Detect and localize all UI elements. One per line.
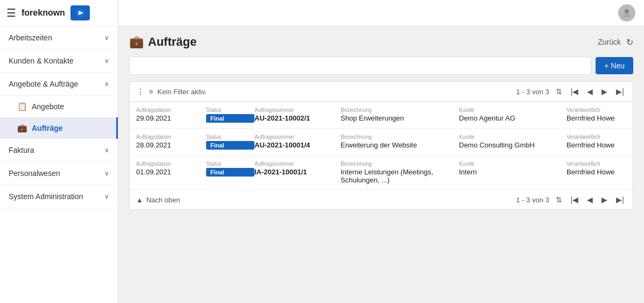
label-auftragsdatum: Auftragsdatum	[136, 107, 206, 113]
cell-status-3: Status Final	[206, 161, 254, 177]
sidebar-header: ☰ foreknown	[0, 0, 118, 26]
value-kunde: Demo Agentur AG	[459, 114, 567, 122]
page-actions: Zurück ↻	[598, 37, 633, 47]
topbar	[118, 0, 644, 26]
status-badge: Final	[206, 114, 254, 123]
scroll-top-button[interactable]: ▲ Nach oben	[136, 196, 180, 204]
label-kunde: Kunde	[459, 161, 567, 167]
footer-sort-button[interactable]: ⇅	[554, 194, 564, 205]
status-badge: Final	[206, 168, 254, 177]
table-row[interactable]: Auftragsdatum 29.09.2021 Status Final Au…	[130, 102, 633, 129]
cell-kunde-1: Kunde Demo Agentur AG	[459, 107, 567, 122]
filter-icon[interactable]: ≡	[149, 88, 153, 96]
last-page-button[interactable]: ▶|	[614, 86, 626, 97]
footer-bar: ▲ Nach oben 1 - 3 von 3 ⇅ |◀ ◀ ▶ ▶|	[129, 189, 633, 210]
sidebar-item-faktura-label: Faktura	[9, 146, 34, 154]
footer-pagination-info: 1 - 3 von 3	[516, 196, 549, 204]
value-bezeichnung: Interne Leistungen (Meetings, Schulungen…	[341, 168, 459, 184]
next-page-button[interactable]: ▶	[599, 86, 610, 97]
search-wrapper	[129, 57, 591, 75]
search-input[interactable]	[135, 61, 585, 70]
cell-verantwortlich-3: Verantwortlich Bernfried Howe	[567, 161, 644, 176]
filter-bar: ⋮ ≡ Kein Filter aktiv. 1 - 3 von 3 ⇅ |◀ …	[129, 81, 633, 102]
label-bezeichnung: Bezeichnung	[341, 161, 459, 167]
first-page-button[interactable]: |◀	[569, 86, 581, 97]
main-content: 💼 Aufträge Zurück ↻ + Neu ⋮ ≡ Kein Filte…	[118, 0, 644, 303]
prev-page-button[interactable]: ◀	[585, 86, 595, 97]
refresh-button[interactable]: ↻	[626, 37, 633, 47]
label-kunde: Kunde	[459, 134, 567, 140]
label-auftragsdatum: Auftragsdatum	[136, 161, 206, 167]
sidebar-item-faktura[interactable]: Faktura ∨	[0, 139, 118, 162]
dots-icon[interactable]: ⋮	[136, 87, 145, 97]
label-status: Status	[206, 134, 254, 140]
chevron-down-icon: ∨	[104, 170, 109, 177]
user-avatar[interactable]	[618, 4, 635, 22]
chevron-down-icon: ∨	[104, 57, 109, 65]
footer-last-page-button[interactable]: ▶|	[614, 194, 626, 205]
label-auftragsnummer: Auftragsnummer	[254, 134, 341, 140]
value-verantwortlich: Bernfried Howe	[567, 114, 644, 122]
cell-auftragsdatum-2: Auftragsdatum 28.09.2021	[136, 134, 206, 149]
footer-prev-page-button[interactable]: ◀	[585, 194, 595, 205]
page-title-area: 💼 Aufträge	[129, 35, 196, 49]
sidebar-item-kunden-kontakte[interactable]: Kunden & Kontakte ∨	[0, 50, 118, 73]
sidebar-item-system-administration[interactable]: System Administration ∨	[0, 185, 118, 208]
label-auftragsdatum: Auftragsdatum	[136, 134, 206, 140]
value-auftragsnummer: AU-2021-10001/4	[254, 141, 341, 149]
scroll-top-icon: ▲	[136, 196, 143, 204]
chevron-down-icon: ∨	[104, 193, 109, 200]
cell-auftragsdatum-1: Auftragsdatum 29.09.2021	[136, 107, 206, 122]
value-auftragsdatum: 28.09.2021	[136, 141, 206, 149]
label-auftragsnummer: Auftragsnummer	[254, 107, 341, 113]
label-auftragsnummer: Auftragsnummer	[254, 161, 341, 167]
table-row[interactable]: Auftragsdatum 01.09.2021 Status Final Au…	[130, 156, 633, 189]
status-badge: Final	[206, 141, 254, 150]
sidebar-item-personalwesen-label: Personalwesen	[9, 169, 60, 178]
label-verantwortlich: Verantwortlich	[567, 107, 644, 113]
value-verantwortlich: Bernfried Howe	[567, 141, 644, 149]
auftraege-icon: 💼	[17, 123, 27, 133]
cell-verantwortlich-2: Verantwortlich Bernfried Howe	[567, 134, 644, 149]
label-bezeichnung: Bezeichnung	[341, 107, 459, 113]
sidebar-item-arbeitszeiten[interactable]: Arbeitszeiten ∨	[0, 26, 118, 50]
back-button[interactable]: Zurück	[598, 38, 621, 46]
sidebar-item-arbeitszeiten-label: Arbeitszeiten	[9, 33, 52, 42]
label-verantwortlich: Verantwortlich	[567, 134, 644, 140]
value-auftragsnummer: IA-2021-10001/1	[254, 168, 341, 176]
cell-auftragsnummer-2: Auftragsnummer AU-2021-10001/4	[254, 134, 341, 149]
chevron-up-icon: ∧	[104, 80, 109, 88]
cell-bezeichnung-3: Bezeichnung Interne Leistungen (Meetings…	[341, 161, 459, 184]
sidebar-sub-item-angebote[interactable]: 📋 Angebote	[0, 96, 118, 117]
cell-status-1: Status Final	[206, 107, 254, 123]
new-button[interactable]: + Neu	[596, 57, 633, 74]
sidebar-item-kunden-kontakte-label: Kunden & Kontakte	[9, 57, 74, 65]
chevron-down-icon: ∨	[104, 146, 109, 154]
search-new-row: + Neu	[129, 57, 633, 75]
footer-first-page-button[interactable]: |◀	[569, 194, 581, 205]
value-kunde: Intern	[459, 168, 567, 176]
sidebar-item-personalwesen[interactable]: Personalwesen ∨	[0, 162, 118, 185]
label-kunde: Kunde	[459, 107, 567, 113]
label-status: Status	[206, 161, 254, 167]
content-area: 💼 Aufträge Zurück ↻ + Neu ⋮ ≡ Kein Filte…	[118, 26, 644, 303]
label-bezeichnung: Bezeichnung	[341, 134, 459, 140]
sidebar-item-angebote-auftraege[interactable]: Angebote & Aufträge ∧	[0, 73, 118, 96]
cell-auftragsdatum-3: Auftragsdatum 01.09.2021	[136, 161, 206, 176]
footer-next-page-button[interactable]: ▶	[599, 194, 610, 205]
filter-label: Kein Filter aktiv.	[158, 88, 207, 96]
cell-auftragsnummer-3: Auftragsnummer IA-2021-10001/1	[254, 161, 341, 176]
page-title-icon: 💼	[129, 35, 144, 49]
sidebar-sub-item-auftraege[interactable]: 💼 Aufträge	[0, 117, 118, 139]
filter-right: 1 - 3 von 3 ⇅ |◀ ◀ ▶ ▶|	[516, 86, 626, 97]
value-auftragsdatum: 29.09.2021	[136, 114, 206, 122]
cell-bezeichnung-2: Bezeichnung Erweiterung der Website	[341, 134, 459, 149]
cell-kunde-2: Kunde Demo Consulting GmbH	[459, 134, 567, 149]
hamburger-icon[interactable]: ☰	[6, 6, 16, 19]
value-bezeichnung: Shop Erweiterungen	[341, 114, 459, 122]
table-row[interactable]: Auftragsdatum 28.09.2021 Status Final Au…	[130, 129, 633, 156]
sort-button[interactable]: ⇅	[554, 86, 564, 97]
label-status: Status	[206, 107, 254, 113]
sidebar-item-angebote-auftraege-label: Angebote & Aufträge	[9, 80, 78, 88]
sidebar-sub-item-auftraege-label: Aufträge	[32, 124, 63, 132]
